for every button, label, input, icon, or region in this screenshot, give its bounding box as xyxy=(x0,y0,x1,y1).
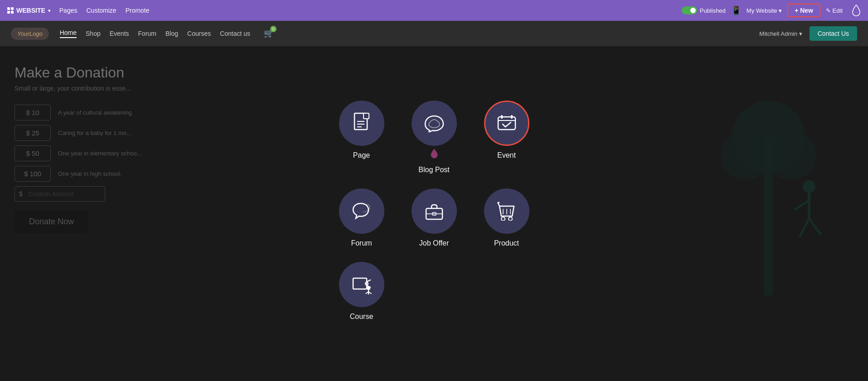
popup-item-course[interactable]: Course xyxy=(339,262,384,321)
svg-rect-16 xyxy=(501,115,503,119)
cart-badge: 0 xyxy=(270,26,276,32)
site-logo[interactable]: YourLogo xyxy=(11,28,49,40)
popup-label-product: Product xyxy=(494,239,519,247)
pages-nav[interactable]: Pages xyxy=(59,7,78,14)
promote-nav[interactable]: Promote xyxy=(126,7,150,14)
edit-button[interactable]: ✎ Edit xyxy=(826,7,843,14)
new-button[interactable]: + New xyxy=(787,4,820,17)
top-bar-right: Published 📱 My Website ▾ + New ✎ Edit xyxy=(682,4,861,17)
popup-label-forum: Forum xyxy=(351,239,372,247)
popup-circle-event xyxy=(484,101,529,146)
nav-courses[interactable]: Courses xyxy=(187,30,211,37)
nav-events[interactable]: Events xyxy=(110,30,129,37)
popup-item-forum[interactable]: Forum xyxy=(339,188,384,247)
admin-name[interactable]: Mitchell Admin ▾ xyxy=(759,30,802,37)
site-nav: YourLogo Home Shop Events Forum Blog Cou… xyxy=(0,21,868,46)
popup-overlay: Page Blog Post xyxy=(0,46,868,381)
nav-forum[interactable]: Forum xyxy=(138,30,156,37)
main-content: Make a Donation Small or large, your con… xyxy=(0,46,868,381)
cart-icon[interactable]: 🛒 0 xyxy=(264,29,274,39)
toggle-switch[interactable] xyxy=(682,6,697,14)
svg-rect-14 xyxy=(498,117,515,130)
popup-circle-product xyxy=(484,188,529,234)
website-name[interactable]: My Website ▾ xyxy=(747,7,782,14)
svg-rect-27 xyxy=(353,278,367,289)
popup-circle-job-offer xyxy=(412,188,457,234)
website-logo[interactable]: WEBSITE ▾ xyxy=(7,7,50,14)
popup-circle-page xyxy=(339,101,384,146)
svg-point-22 xyxy=(501,217,505,221)
top-bar: WEBSITE ▾ Pages Customize Promote Publis… xyxy=(0,0,868,21)
published-toggle[interactable]: Published xyxy=(682,6,726,14)
popup-label-course: Course xyxy=(350,313,373,321)
site-nav-right: Mitchell Admin ▾ Contact Us xyxy=(759,26,857,41)
svg-rect-17 xyxy=(511,115,513,119)
top-bar-left: WEBSITE ▾ Pages Customize Promote xyxy=(7,7,673,14)
popup-grid: Page Blog Post xyxy=(303,73,566,348)
popup-circle-course xyxy=(339,262,384,307)
popup-item-job-offer[interactable]: Job Offer xyxy=(412,188,457,247)
svg-point-23 xyxy=(509,217,512,221)
drop-icon-topbar xyxy=(852,4,861,17)
popup-label-job-offer: Job Offer xyxy=(419,239,449,247)
customize-nav[interactable]: Customize xyxy=(86,7,116,14)
nav-shop[interactable]: Shop xyxy=(86,30,101,37)
website-dropdown-icon: ▾ xyxy=(48,8,50,13)
popup-item-blog-post[interactable]: Blog Post xyxy=(412,101,457,174)
grid-icon xyxy=(7,7,14,14)
popup-item-event[interactable]: Event xyxy=(484,101,529,174)
nav-home[interactable]: Home xyxy=(60,29,77,38)
drop-icon-blogpost xyxy=(430,149,438,160)
popup-label-page: Page xyxy=(353,151,370,159)
mobile-view-icon[interactable]: 📱 xyxy=(731,5,741,15)
contact-us-button[interactable]: Contact Us xyxy=(810,26,857,41)
website-label: WEBSITE xyxy=(16,7,45,14)
popup-circle-forum xyxy=(339,188,384,234)
popup-item-page[interactable]: Page xyxy=(339,101,384,174)
popup-circle-blog-post xyxy=(412,101,457,146)
published-label: Published xyxy=(700,7,726,14)
nav-contact[interactable]: Contact us xyxy=(220,30,250,37)
popup-item-product[interactable]: Product xyxy=(484,188,529,247)
svg-rect-10 xyxy=(364,113,369,119)
popup-label-blog-post: Blog Post xyxy=(418,166,449,174)
popup-label-event: Event xyxy=(497,151,516,159)
site-nav-links: Home Shop Events Forum Blog Courses Cont… xyxy=(60,29,760,39)
nav-blog[interactable]: Blog xyxy=(165,30,178,37)
